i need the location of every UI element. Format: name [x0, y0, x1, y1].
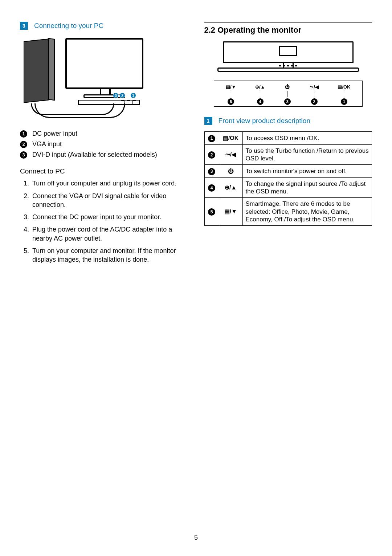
pc-tower-icon [24, 39, 49, 103]
button-col-4: ⊕/▲ 4 [255, 84, 265, 105]
row-desc: To switch monitor's power on and off. [242, 165, 372, 178]
button-panel: ▤⁠/▼ 5 ⊕/▲ 4 ⏻ 3 ⤳/◀ 2 [214, 81, 363, 107]
row-num-dot: 3 [208, 168, 215, 175]
port-pin-icon [127, 101, 130, 104]
row-symbol: ⏻ [219, 165, 242, 178]
legend-label: DVI-D input (Available for selected mode… [32, 151, 157, 159]
port-legend-item: 1 DC power input [20, 130, 188, 138]
row-num-dot: 5 [208, 208, 215, 216]
row-num-dot: 2 [208, 151, 215, 159]
port-legend-item: 3 DVI-D input (Available for selected mo… [20, 151, 188, 159]
callout-badge-1: 1 [204, 117, 212, 125]
port-pin-icon [132, 101, 136, 104]
row-symbol: ▤/OK [219, 132, 242, 145]
button-num-dot: 5 [228, 98, 234, 105]
button-symbol: ⏻ [285, 84, 290, 90]
fv-button-dots-icon [272, 64, 305, 67]
button-symbol: ⤳/◀ [310, 84, 319, 90]
section-heading-operating: 2.2 Operating the monitor [204, 22, 372, 35]
leader-line-icon [314, 91, 314, 97]
monitor-icon [65, 38, 143, 89]
row-num-dot: 1 [208, 135, 215, 142]
pc-tower-side-icon [48, 38, 55, 101]
legend-label: DC power input [32, 130, 77, 138]
leader-line-icon [231, 91, 231, 97]
connect-to-pc-heading: Connect to PC [20, 167, 188, 175]
right-callout: 1 Front view product description [204, 117, 372, 125]
port-legend-list: 1 DC power input 2 VGA input 3 DVI-D inp… [20, 130, 188, 159]
legend-num-2: 2 [20, 141, 27, 148]
row-symbol: ⤳/◀ [219, 144, 242, 165]
button-num-dot: 4 [257, 98, 264, 105]
step-item: Plug the power cord of the AC/DC adapter… [31, 225, 188, 243]
left-column: 3 Connecting to your PC 3 2 1 1 DC p [20, 22, 188, 268]
connect-steps-list: Turn off your computer and unplug its po… [20, 179, 188, 264]
row-desc: SmartImage. There are 6 modes to be sele… [242, 198, 372, 226]
row-symbol: ▤⁠/▼ [219, 198, 242, 226]
button-col-1: ▤/OK 1 [338, 84, 350, 105]
button-col-2: ⤳/◀ 2 [310, 84, 319, 105]
pc-connection-figure: 3 2 1 [20, 36, 143, 120]
table-row: 2 ⤳/◀ To use the Turbo function /Return … [204, 144, 372, 165]
legend-num-1: 1 [20, 130, 27, 138]
table-row: 3 ⏻ To switch monitor's power on and off… [204, 165, 372, 178]
monitor-base-icon [83, 94, 125, 98]
leader-line-icon [287, 91, 287, 97]
front-view-figure: ▤⁠/▼ 5 ⊕/▲ 4 ⏻ 3 ⤳/◀ 2 [210, 41, 366, 107]
legend-label: VGA input [32, 140, 62, 148]
controls-table: 1 ▤/OK To access OSD menu /OK. 2 ⤳/◀ To … [204, 131, 372, 226]
table-row: 4 ⊕/▲ To change the signal input source … [204, 177, 372, 198]
right-column: 2.2 Operating the monitor ▤⁠/▼ 5 ⊕/▲ 4 [204, 22, 372, 268]
port-legend-item: 2 VGA input [20, 140, 188, 148]
cable-icon [31, 103, 114, 115]
button-num-dot: 2 [311, 98, 318, 105]
step-item: Turn off your computer and unplug its po… [31, 179, 188, 188]
fv-body-hole-icon [279, 46, 297, 56]
callout-title-connecting: Connecting to your PC [34, 22, 103, 29]
button-symbol: ⊕/▲ [255, 84, 265, 90]
page-number: 5 [0, 534, 392, 541]
step-item: Connect the VGA or DVI signal cable for … [31, 192, 188, 209]
row-num-dot: 4 [208, 184, 215, 192]
leader-line-icon [344, 91, 344, 97]
button-col-5: ▤⁠/▼ 5 [226, 84, 236, 105]
table-row: 1 ▤/OK To access OSD menu /OK. [204, 132, 372, 145]
step-item: Turn on your computer and monitor. If th… [31, 246, 188, 264]
step-item: Connect the DC power input to your monit… [31, 213, 188, 221]
figure-port-label-1: 1 [130, 93, 136, 98]
row-desc: To access OSD menu /OK. [242, 132, 372, 145]
button-symbol: ▤⁠/▼ [226, 84, 236, 90]
row-symbol: ⊕/▲ [219, 177, 242, 198]
button-num-dot: 1 [341, 98, 347, 105]
left-callout: 3 Connecting to your PC [20, 22, 188, 30]
button-symbol: ▤/OK [338, 84, 350, 90]
callout-badge-3: 3 [20, 22, 28, 30]
legend-num-3: 3 [20, 151, 27, 159]
callout-title-front-view: Front view product description [219, 117, 310, 124]
row-desc: To use the Turbo function /Return to pre… [242, 144, 372, 165]
button-num-dot: 3 [284, 98, 291, 105]
row-desc: To change the signal input source /To ad… [242, 177, 372, 198]
leader-line-icon [260, 91, 260, 97]
fv-base-icon [217, 68, 359, 72]
button-col-3: ⏻ 3 [284, 84, 291, 105]
table-row: 5 ▤⁠/▼ SmartImage. There are 6 modes to … [204, 198, 372, 226]
page-columns: 3 Connecting to your PC 3 2 1 1 DC p [20, 22, 372, 268]
